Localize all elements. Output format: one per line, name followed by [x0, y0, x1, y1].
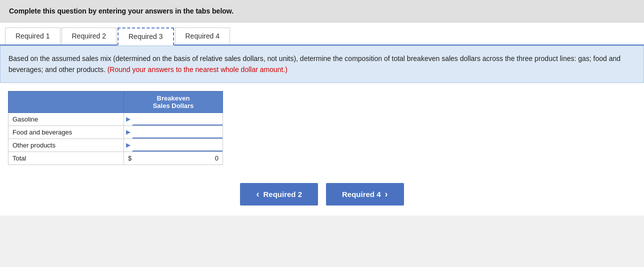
description-area: Based on the assumed sales mix (determin…	[0, 46, 644, 83]
food-beverages-input-cell: ▶	[124, 126, 223, 138]
table-header-label	[8, 91, 124, 112]
total-row: Total $ 0	[8, 152, 223, 164]
other-products-label: Other products	[8, 138, 124, 152]
tab-required-4[interactable]: Required 4	[175, 28, 230, 44]
table-header-value: Breakeven Sales Dollars	[124, 91, 223, 112]
total-value-cell: $ 0	[124, 152, 223, 164]
prev-button-label: Required 2	[263, 190, 302, 198]
tabs-container: Required 1 Required 2 Required 3 Require…	[0, 22, 644, 46]
table-row: Other products ▶	[8, 138, 223, 152]
food-beverages-input[interactable]	[132, 126, 222, 138]
main-content: Required 1 Required 2 Required 3 Require…	[0, 22, 644, 216]
food-arrow-icon: ▶	[124, 126, 132, 138]
total-dollar-sign: $	[128, 154, 132, 162]
gasoline-label: Gasoline	[8, 112, 124, 126]
banner-text: Complete this question by entering your …	[9, 7, 234, 15]
gasoline-arrow-icon: ▶	[124, 114, 132, 124]
prev-arrow-icon: ‹	[256, 189, 259, 200]
food-beverages-label: Food and beverages	[8, 126, 124, 138]
table-row: Gasoline ▶	[8, 112, 223, 126]
other-products-input[interactable]	[132, 139, 222, 152]
breakeven-table: Breakeven Sales Dollars Gasoline ▶	[8, 91, 223, 165]
next-button-label: Required 4	[342, 190, 381, 198]
gasoline-input[interactable]	[132, 113, 222, 126]
total-value: 0	[215, 154, 218, 162]
total-label: Total	[8, 152, 124, 164]
next-button[interactable]: Required 4 ›	[326, 183, 404, 206]
tab-required-1[interactable]: Required 1	[5, 28, 60, 44]
gasoline-input-cell: ▶	[124, 112, 223, 126]
bottom-nav: ‹ Required 2 Required 4 ›	[0, 173, 644, 216]
other-products-input-cell: ▶	[124, 138, 223, 152]
description-main-text: Based on the assumed sales mix (determin…	[8, 54, 620, 74]
table-row: Food and beverages ▶	[8, 126, 223, 138]
prev-button[interactable]: ‹ Required 2	[240, 183, 318, 206]
tab-required-2[interactable]: Required 2	[62, 28, 117, 44]
description-red-text: (Round your answers to the nearest whole…	[108, 66, 288, 74]
tab-required-3[interactable]: Required 3	[118, 28, 174, 46]
table-wrapper: Breakeven Sales Dollars Gasoline ▶	[0, 83, 644, 173]
top-banner: Complete this question by entering your …	[0, 0, 644, 22]
other-arrow-icon: ▶	[124, 140, 132, 150]
next-arrow-icon: ›	[385, 189, 388, 200]
